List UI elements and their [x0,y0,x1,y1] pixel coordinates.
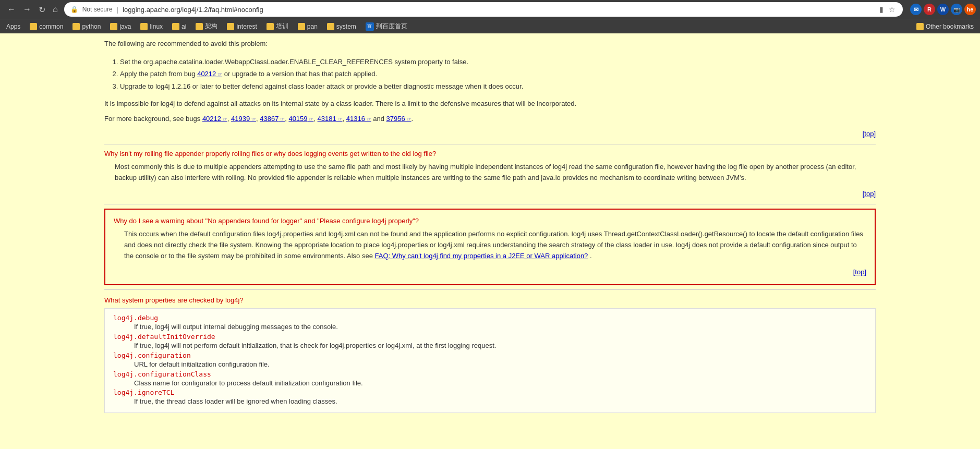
top-link-3[interactable]: [top] [114,266,866,278]
bookmark-linux-icon [140,23,148,30]
bookmark-java[interactable]: java [106,22,135,31]
bookmark-peixun-label: 培训 [276,22,288,31]
faq-section-1: Why isn't my rolling file appender prope… [104,149,876,184]
home-button[interactable]: ⌂ [50,4,61,15]
top-link-3-container: [top] [114,266,866,278]
bug-41316-link[interactable]: 41316 [346,115,371,123]
faq-question-2: Why do I see a warning about "No appende… [114,216,866,226]
prop-desc-1: If true, log4j will output internal debu… [134,322,867,333]
bookmark-system-icon [327,23,334,30]
profile-icons: ✉ R W 📷 he [910,4,976,15]
profile-4[interactable]: 📷 [951,4,962,15]
bookmark-python-label: python [82,23,101,30]
bookmark-interest[interactable]: interest [223,22,261,31]
prop-name-3: log4j.configuration [113,351,867,359]
bug-41939-link[interactable]: 41939 [231,115,256,123]
refresh-button[interactable]: ↻ [35,4,49,16]
prop-desc-5: If true, the thread class loader will be… [134,396,867,407]
browser-top-bar: ← → ↻ ⌂ 🔒 Not secure | logging.apache.or… [0,0,980,19]
bookmark-ai-icon [172,23,179,30]
prop-name-1: log4j.debug [113,314,867,322]
cast-icon[interactable]: ▮ [878,4,885,15]
bookmark-interest-label: interest [236,23,257,30]
bug-43867-link[interactable]: 43867 [260,115,285,123]
bug-links: For more background, see bugs 40212, 419… [104,115,876,123]
recommendations-list: Set the org.apache.catalina.loader.Webap… [120,56,876,92]
recommendation-3: Upgrade to log4j 1.2.16 or later to bett… [120,80,876,92]
prop-desc-2: If true, log4j will not perform default … [134,341,867,351]
profile-1[interactable]: ✉ [910,4,922,15]
bookmark-pan[interactable]: pan [294,22,322,31]
page-content: The following are recommended to avoid t… [0,33,980,449]
bookmark-ai-label: ai [182,23,186,30]
prop-desc-3: URL for default initialization configura… [134,359,867,370]
top-link-1-container: [top] [104,128,876,140]
prop-name-4: log4j.configurationClass [113,370,867,378]
system-props-box: log4j.debug If true, log4j will output i… [104,308,876,413]
recommendation-1: Set the org.apache.catalina.loader.Webap… [120,56,876,68]
bug-37956-link[interactable]: 37956 [386,115,412,123]
url-text: logging.apache.org/log4j/1.2/faq.html#no… [123,6,874,14]
bookmark-jiagou-icon [196,23,203,30]
faq-j2ee-link[interactable]: FAQ: Why can't log4j find my properties … [375,252,588,260]
bookmark-common-label: common [39,23,63,30]
bookmark-peixun-icon [267,23,274,30]
bookmark-java-label: java [119,23,131,30]
faq-answer-2-text2: . [590,252,592,260]
bookmark-linux[interactable]: linux [136,22,167,31]
divider-2 [104,204,876,204]
forward-button[interactable]: → [20,4,34,15]
bookmark-apps[interactable]: Apps [2,22,25,31]
bookmark-pan-icon [298,23,305,30]
bookmark-baidu[interactable]: 百 到百度首页 [361,21,412,32]
address-bar[interactable]: 🔒 Not secure | logging.apache.org/log4j/… [64,2,903,17]
bookmark-common-icon [30,23,37,30]
profile-2[interactable]: R [924,4,935,15]
faq-section-3: What system properties are checked by lo… [104,295,876,413]
bookmark-interest-icon [227,23,234,30]
profile-3[interactable]: W [937,4,949,15]
lock-icon: 🔒 [70,6,78,13]
paragraph1: It is impossible for log4j to defend aga… [104,99,876,110]
top-link-2[interactable]: [top] [104,188,876,200]
not-secure-label: Not secure [82,6,113,13]
bookmark-baidu-label: 到百度首页 [376,22,407,31]
bug-40159-link[interactable]: 40159 [288,115,313,123]
bookmark-other-label: Other bookmarks [926,23,974,30]
bookmark-baidu-icon: 百 [366,22,374,31]
profile-5[interactable]: he [964,4,976,15]
bookmark-pan-label: pan [307,23,318,30]
intro-text: The following are recommended to avoid t… [104,39,876,50]
bug-43181-link[interactable]: 43181 [318,115,343,123]
prop-name-5: log4j.ignoreTCL [113,389,867,396]
bug-40212-link[interactable]: 40212 [202,115,227,123]
prop-name-2: log4j.defaultInitOverride [113,333,867,341]
divider-1 [104,144,876,144]
bookmark-java-icon [110,23,117,30]
bookmark-linux-label: linux [150,23,163,30]
faq-question-1: Why isn't my rolling file appender prope… [104,149,876,159]
star-icon[interactable]: ☆ [888,4,897,15]
back-button[interactable]: ← [4,4,19,15]
bookmark-common[interactable]: common [26,22,67,31]
faq-question-3: What system properties are checked by lo… [104,295,876,306]
bookmarks-bar: Apps common python java linux ai 架构 inte… [0,19,980,33]
separator: | [117,6,118,14]
top-link-1[interactable]: [top] [104,128,876,140]
bookmark-apps-label: Apps [6,23,20,30]
bug-40212-link-1[interactable]: 40212 [197,70,222,78]
bookmark-python[interactable]: python [68,22,105,31]
bookmark-jiagou[interactable]: 架构 [191,21,222,32]
content-inner: The following are recommended to avoid t… [104,33,876,420]
bookmark-system[interactable]: system [323,22,360,31]
bookmark-ai[interactable]: ai [168,22,190,31]
divider-3 [104,289,876,290]
recommendation-2: Apply the patch from bug 40212 or upgrad… [120,68,876,80]
top-link-2-container: [top] [104,188,876,200]
faq-answer-1: Most commonly this is due to multiple ap… [115,162,876,184]
prop-desc-4: Class name for configurator to process d… [134,378,867,389]
faq-answer-2: This occurs when the default configurati… [124,229,866,261]
bookmark-other[interactable]: Other bookmarks [912,22,978,31]
bookmark-jiagou-label: 架构 [205,22,217,31]
bookmark-peixun[interactable]: 培训 [262,21,293,32]
